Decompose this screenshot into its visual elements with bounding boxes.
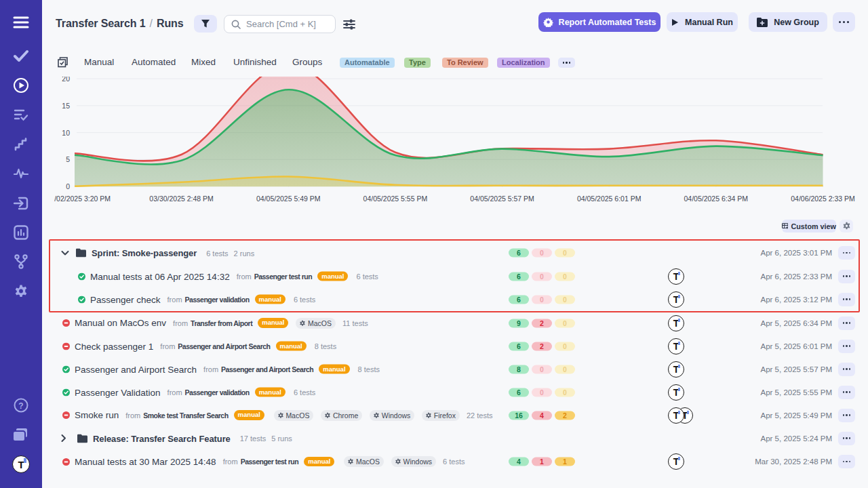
svg-text:?: ? [18,401,23,411]
